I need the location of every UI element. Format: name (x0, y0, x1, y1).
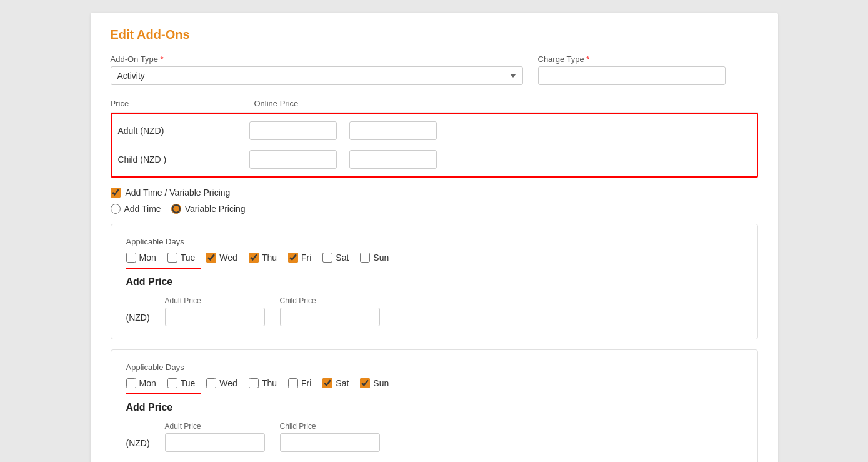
adult-price-input-1[interactable]: 33.00 (165, 308, 265, 326)
variable-pricing-checkbox-row[interactable]: Add Time / Variable Pricing (111, 188, 758, 198)
pricing-block-1: Applicable Days Mon Tue Wed Thu Fri (111, 224, 758, 339)
day-sun-label-1: Sun (373, 253, 389, 263)
underline-red-1 (126, 268, 201, 269)
adult-online-price-input[interactable]: 0.00 (249, 121, 337, 140)
day-sun-2[interactable]: Sun (360, 378, 389, 388)
adult-price-row: Adult (NZD) 0.00 (112, 116, 757, 145)
add-time-radio[interactable] (111, 204, 121, 214)
day-fri-checkbox-1[interactable] (288, 253, 298, 263)
day-fri-1[interactable]: Fri (288, 253, 311, 263)
edit-addons-card: Edit Add-Ons Add-On Type * Activity Tran… (91, 13, 778, 462)
day-tue-label-1: Tue (181, 253, 196, 263)
child-price-input-1[interactable]: 27.60 (280, 308, 380, 326)
day-fri-label-2: Fri (301, 378, 311, 388)
variable-pricing-checkbox[interactable] (111, 188, 121, 198)
day-sat-checkbox-2[interactable] (322, 378, 332, 388)
adult-price-label-1: Adult Price (165, 296, 265, 305)
day-mon-checkbox-2[interactable] (126, 378, 136, 388)
adult-price-input-2[interactable]: 39.00 (165, 433, 265, 452)
day-sun-1[interactable]: Sun (360, 253, 389, 263)
child-extra-input[interactable] (349, 150, 437, 169)
child-price-label-1: Child Price (280, 296, 380, 305)
day-fri-checkbox-2[interactable] (288, 378, 298, 388)
days-row-1: Mon Tue Wed Thu Fri Sat (126, 253, 742, 263)
day-mon-2[interactable]: Mon (126, 378, 156, 388)
day-thu-label-2: Thu (262, 378, 277, 388)
variable-label: Variable Pricing (185, 204, 246, 214)
child-price-field-1: Child Price 27.60 (280, 296, 380, 326)
addon-type-group: Add-On Type * Activity Transport Equipme… (111, 54, 523, 85)
day-sun-checkbox-2[interactable] (360, 378, 370, 388)
day-wed-1[interactable]: Wed (206, 253, 237, 263)
price-inputs-row-1: (NZD) Adult Price 33.00 Child Price 27.6… (126, 296, 742, 326)
child-online-price-input[interactable]: 0.00 (249, 150, 337, 169)
day-thu-checkbox-2[interactable] (249, 378, 259, 388)
nzd-label-1: (NZD) (126, 313, 150, 323)
adult-price-label-2: Adult Price (165, 422, 265, 431)
adult-price-field-1: Adult Price 33.00 (165, 296, 265, 326)
day-wed-checkbox-2[interactable] (206, 378, 216, 388)
price-inputs-row-2: (NZD) Adult Price 39.00 Child Price 30.0… (126, 422, 742, 452)
day-thu-1[interactable]: Thu (249, 253, 277, 263)
charge-type-input[interactable]: Guest (538, 66, 726, 85)
price-table-header: Price Online Price (111, 95, 758, 113)
variable-radio-option[interactable]: Variable Pricing (171, 204, 246, 214)
add-time-radio-option[interactable]: Add Time (111, 204, 161, 214)
day-tue-2[interactable]: Tue (167, 378, 196, 388)
price-col-header: Price (111, 99, 254, 108)
day-sun-checkbox-1[interactable] (360, 253, 370, 263)
child-price-input-2[interactable]: 30.00 (280, 433, 380, 452)
day-sat-label-1: Sat (336, 253, 349, 263)
day-tue-label-2: Tue (181, 378, 196, 388)
adult-extra-input[interactable] (349, 121, 437, 140)
addon-type-label: Add-On Type * (111, 54, 523, 64)
day-thu-label-1: Thu (262, 253, 277, 263)
nzd-label-2: (NZD) (126, 438, 150, 448)
day-fri-2[interactable]: Fri (288, 378, 311, 388)
child-price-label-2: Child Price (280, 422, 380, 431)
day-tue-checkbox-2[interactable] (167, 378, 177, 388)
pricing-block-2: Applicable Days Mon Tue Wed Thu Fri (111, 349, 758, 462)
charge-type-group: Charge Type * Guest (538, 54, 726, 85)
variable-pricing-label: Add Time / Variable Pricing (126, 188, 231, 198)
required-star: * (161, 54, 164, 64)
day-tue-1[interactable]: Tue (167, 253, 196, 263)
child-price-field-2: Child Price 30.00 (280, 422, 380, 452)
day-sat-label-2: Sat (336, 378, 349, 388)
days-row-2: Mon Tue Wed Thu Fri Sat (126, 378, 742, 388)
day-mon-1[interactable]: Mon (126, 253, 156, 263)
add-time-label: Add Time (124, 204, 161, 214)
addon-type-select[interactable]: Activity Transport Equipment Other (111, 66, 523, 85)
day-sat-2[interactable]: Sat (322, 378, 349, 388)
price-rows-highlighted: Adult (NZD) 0.00 Child (NZD ) 0.00 (111, 113, 758, 178)
price-section: Price Online Price Adult (NZD) 0.00 Chil… (111, 95, 758, 178)
day-thu-checkbox-1[interactable] (249, 253, 259, 263)
day-sun-label-2: Sun (373, 378, 389, 388)
charge-type-label: Charge Type * (538, 54, 726, 64)
day-fri-label-1: Fri (301, 253, 311, 263)
day-tue-checkbox-1[interactable] (167, 253, 177, 263)
online-price-col-header: Online Price (254, 99, 379, 108)
add-price-title-2: Add Price (126, 402, 742, 413)
applicable-days-label-1: Applicable Days (126, 237, 742, 246)
day-sat-1[interactable]: Sat (322, 253, 349, 263)
day-sat-checkbox-1[interactable] (322, 253, 332, 263)
child-price-row: Child (NZD ) 0.00 (112, 145, 757, 174)
day-wed-checkbox-1[interactable] (206, 253, 216, 263)
add-price-title-1: Add Price (126, 276, 742, 288)
child-label: Child (NZD ) (118, 154, 249, 164)
day-mon-checkbox-1[interactable] (126, 253, 136, 263)
type-row: Add-On Type * Activity Transport Equipme… (111, 54, 758, 85)
underline-red-2 (126, 393, 201, 394)
day-mon-label-2: Mon (139, 378, 156, 388)
day-mon-label-1: Mon (139, 253, 156, 263)
day-thu-2[interactable]: Thu (249, 378, 277, 388)
adult-label: Adult (NZD) (118, 126, 249, 136)
radio-group: Add Time Variable Pricing (111, 204, 758, 214)
day-wed-label-1: Wed (219, 253, 237, 263)
page-title: Edit Add-Ons (111, 28, 758, 42)
applicable-days-label-2: Applicable Days (126, 363, 742, 372)
variable-radio[interactable] (171, 204, 181, 214)
adult-price-field-2: Adult Price 39.00 (165, 422, 265, 452)
day-wed-2[interactable]: Wed (206, 378, 237, 388)
